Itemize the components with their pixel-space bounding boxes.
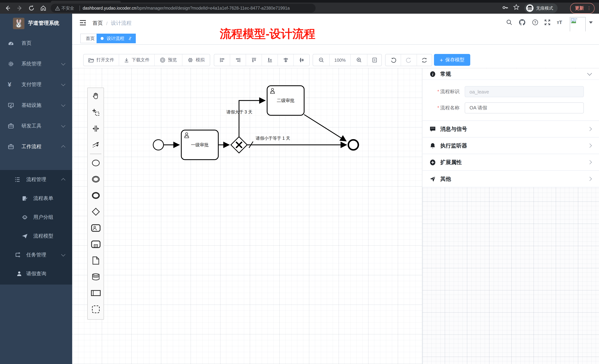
- align-center-v-icon[interactable]: [294, 54, 309, 66]
- avatar[interactable]: [570, 17, 586, 32]
- flow-task2-to-end[interactable]: [304, 115, 346, 141]
- browser-tabstrip: [0, 0, 599, 3]
- gauge-icon: [8, 40, 14, 46]
- align-center-h-icon[interactable]: [278, 54, 294, 66]
- chevron-right-icon: [588, 144, 592, 148]
- section-extended-props[interactable]: 扩展属性: [423, 154, 599, 171]
- sidebar-item-user-group[interactable]: 用户分组: [0, 208, 72, 227]
- section-general[interactable]: i 常规: [423, 68, 599, 80]
- align-right-icon[interactable]: [230, 54, 246, 66]
- flow-gateway-to-task2[interactable]: [239, 101, 265, 137]
- back-icon[interactable]: [4, 5, 11, 11]
- briefcase-icon: [8, 123, 14, 129]
- star-icon[interactable]: [513, 4, 520, 11]
- sidebar-item-devtools[interactable]: 研发工具: [0, 116, 72, 136]
- breadcrumb-separator: /: [106, 20, 107, 26]
- zoom-in-icon[interactable]: [351, 54, 367, 66]
- close-icon[interactable]: [128, 37, 132, 40]
- chevron-down-icon: [61, 123, 65, 127]
- chevron-up-icon: [61, 145, 65, 150]
- fold-icon[interactable]: [80, 20, 86, 25]
- forward-icon[interactable]: [16, 5, 23, 11]
- update-button[interactable]: 更新 ⋮: [570, 3, 595, 14]
- chevron-down-icon: [587, 71, 592, 76]
- home-icon[interactable]: [40, 5, 47, 11]
- browser-tab[interactable]: [51, 1, 121, 3]
- sidebar-item-home[interactable]: 首页: [0, 33, 72, 54]
- breadcrumb-home[interactable]: 首页: [92, 20, 103, 27]
- chip-icon: [188, 57, 193, 63]
- section-messages[interactable]: 消息与信号: [423, 121, 599, 137]
- app-logo-row[interactable]: 🐰 芋道管理系统: [0, 14, 72, 33]
- sidebar-item-process-model[interactable]: 流程模型: [0, 227, 72, 245]
- url-path: /bpm/manager/model/design?modelId=e4a1a1…: [136, 6, 290, 10]
- tree-list-icon: [15, 177, 21, 182]
- section-other[interactable]: 其他: [423, 171, 599, 187]
- toolbar-align-group: [214, 54, 310, 66]
- process-name-input[interactable]: [465, 102, 584, 113]
- breadcrumb: 首页 / 设计流程: [92, 20, 132, 27]
- plus-circle-icon: [430, 159, 436, 165]
- key-icon[interactable]: [502, 4, 509, 11]
- monitor-icon: [8, 102, 14, 109]
- open-file-button[interactable]: 打开文件: [84, 54, 119, 66]
- preview-button[interactable]: 预览: [155, 54, 182, 66]
- browser-menu-icon[interactable]: ⋮: [587, 7, 591, 10]
- form-doc-icon: [22, 195, 28, 201]
- task-label: 二级审批: [267, 86, 304, 115]
- fontsize-icon[interactable]: ᴛT: [557, 20, 562, 25]
- download-icon: [124, 58, 129, 63]
- svg-text:?: ?: [534, 20, 536, 24]
- sidebar-item-system[interactable]: 系统管理: [0, 54, 72, 74]
- sidebar-item-process-manage[interactable]: 流程管理: [0, 170, 72, 189]
- active-dot: [101, 37, 104, 40]
- broken-image-icon: [571, 18, 577, 24]
- caret-down-icon[interactable]: [589, 21, 593, 24]
- sidebar-item-process-form[interactable]: 流程表单: [0, 189, 72, 208]
- flow-label-gt3: 请假大于 3 天: [221, 109, 258, 115]
- briefcase-icon: [8, 144, 14, 150]
- toolbar-zoom-group: 100%: [313, 54, 382, 66]
- align-left-icon[interactable]: [214, 54, 230, 66]
- sidebar-item-leave-query[interactable]: 请假查询: [0, 264, 72, 283]
- incognito-label: 无痕模式: [536, 5, 553, 11]
- sidebar-item-infra[interactable]: 基础设施: [0, 95, 72, 116]
- field-process-name: *流程名称: [423, 100, 599, 116]
- redo-icon[interactable]: [401, 54, 417, 66]
- sidebar-item-payment[interactable]: ¥ 支付管理: [0, 74, 72, 95]
- tags-view: 首页 设计流程: [72, 31, 599, 45]
- toolbar-file-group: 打开文件 下载文件 预览 模拟: [83, 54, 210, 66]
- sidebar-item-workflow[interactable]: 工作流程: [0, 136, 72, 157]
- align-bottom-icon[interactable]: [262, 54, 278, 66]
- github-icon[interactable]: [519, 19, 526, 26]
- folder-open-icon: [88, 58, 94, 63]
- save-model-button[interactable]: + 保存模型: [434, 54, 470, 66]
- search-icon[interactable]: [506, 19, 512, 25]
- sidebar-item-task-manage[interactable]: 任务管理: [0, 245, 72, 264]
- process-key-input[interactable]: [465, 86, 584, 97]
- undo-icon[interactable]: [386, 54, 401, 66]
- align-top-icon[interactable]: [246, 54, 262, 66]
- start-event[interactable]: [153, 140, 164, 150]
- url-domain: dashboard.yudao.iocoder.cn: [83, 6, 136, 10]
- section-listeners[interactable]: 执行监听器: [423, 137, 599, 154]
- field-process-key: *流程标识: [423, 84, 599, 100]
- simulate-button[interactable]: 模拟: [182, 54, 210, 66]
- yen-icon: ¥: [8, 82, 14, 88]
- warning-icon: [55, 6, 60, 10]
- end-event[interactable]: [348, 140, 358, 150]
- restart-icon[interactable]: [417, 54, 432, 66]
- tab-design-process[interactable]: 设计流程: [97, 34, 136, 43]
- security-label[interactable]: 不安全: [62, 5, 74, 11]
- reload-icon[interactable]: [28, 5, 35, 11]
- fit-viewport-icon[interactable]: [367, 54, 381, 66]
- gear-icon: [8, 61, 14, 67]
- svg-text:i: i: [432, 72, 433, 76]
- fullscreen-icon[interactable]: [544, 19, 551, 25]
- incognito-icon: [526, 4, 534, 12]
- help-icon[interactable]: ?: [532, 19, 538, 25]
- zoom-out-icon[interactable]: [313, 54, 330, 66]
- preview-icon: [160, 57, 165, 63]
- download-file-button[interactable]: 下载文件: [119, 54, 155, 66]
- address-bar[interactable]: 不安全 dashboard.yudao.iocoder.cn/bpm/manag…: [51, 4, 316, 13]
